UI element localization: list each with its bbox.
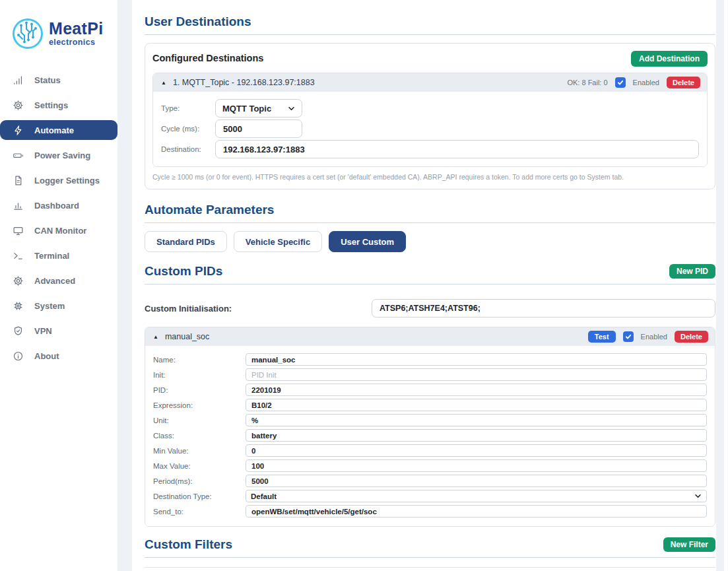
- add-destination-button[interactable]: Add Destination: [631, 51, 708, 67]
- type-select-value: MQTT Topic: [222, 104, 271, 114]
- custom-filters-title: Custom Filters: [145, 537, 232, 552]
- brand-subtitle: electronics: [49, 38, 103, 47]
- main-content: User Destinations Configured Destination…: [132, 0, 728, 571]
- pid-unit-input[interactable]: [246, 414, 707, 426]
- new-pid-button[interactable]: New PID: [669, 264, 715, 279]
- pid-enabled-label: Enabled: [641, 333, 667, 341]
- collapse-arrow-icon: ▲: [153, 334, 158, 340]
- check-icon: [625, 333, 632, 340]
- sidebar-item-settings[interactable]: Settings: [0, 95, 117, 115]
- enabled-checkbox[interactable]: [615, 77, 626, 88]
- sidebar-item-can-monitor[interactable]: CAN Monitor: [0, 220, 117, 240]
- test-pid-button[interactable]: Test: [588, 331, 616, 343]
- divider: [145, 222, 715, 223]
- destination-label: Destination:: [161, 145, 215, 153]
- pid-init-label: Init:: [153, 371, 246, 379]
- chevron-down-icon: [694, 492, 702, 500]
- sidebar-item-label: System: [34, 301, 65, 311]
- pid-unit-label: Unit:: [153, 417, 246, 424]
- pid-pid-input[interactable]: [246, 384, 707, 396]
- scroll-gutter[interactable]: [716, 0, 724, 571]
- sidebar-item-status[interactable]: Status: [0, 70, 117, 90]
- pid-expression-input[interactable]: [246, 399, 707, 411]
- chevron-down-icon: [288, 105, 295, 112]
- monitor-icon: [13, 225, 24, 236]
- user-destinations-title: User Destinations: [145, 15, 715, 29]
- destination-type-select[interactable]: Default: [246, 490, 707, 502]
- sidebar-item-dashboard[interactable]: Dashboard: [0, 195, 117, 215]
- brand-logo: MeatPi electronics: [0, 0, 117, 50]
- pid-send-to-label: Send_to:: [153, 508, 246, 516]
- tab-vehicle-specific[interactable]: Vehicle Specific: [234, 231, 322, 252]
- gear-icon: [13, 275, 24, 286]
- sidebar-item-label: Logger Settings: [34, 176, 100, 185]
- tab-standard-pids[interactable]: Standard PIDs: [145, 231, 227, 252]
- pid-name-label: Name:: [153, 356, 246, 364]
- sidebar-nav: Status Settings Automate Power Saving Lo…: [0, 70, 117, 366]
- pid-class-label: Class:: [153, 432, 246, 440]
- sidebar-item-power-saving[interactable]: Power Saving: [0, 145, 117, 165]
- check-icon: [617, 79, 624, 86]
- pid-form: Name: Init: PID: Expression: Unit:: [145, 346, 715, 526]
- cycle-input[interactable]: [215, 119, 302, 138]
- sidebar: MeatPi electronics Status Settings Autom…: [0, 0, 117, 571]
- destination-type-value: Default: [251, 492, 277, 500]
- pid-min-value-input[interactable]: [246, 444, 707, 457]
- sidebar-item-label: CAN Monitor: [34, 226, 86, 236]
- configured-destinations-card: Configured Destinations Add Destination …: [145, 43, 715, 189]
- pid-init-input[interactable]: [246, 368, 707, 381]
- brand-name: MeatPi: [49, 20, 103, 37]
- delete-destination-button[interactable]: Delete: [667, 77, 700, 88]
- chip-icon: [13, 300, 24, 312]
- sidebar-item-label: VPN: [34, 326, 52, 336]
- divider: [145, 284, 715, 285]
- collapse-arrow-icon: ▲: [161, 80, 166, 86]
- enabled-label: Enabled: [633, 79, 659, 86]
- sidebar-item-label: Power Saving: [34, 151, 90, 160]
- sidebar-item-label: Settings: [34, 100, 68, 110]
- shield-check-icon: [13, 325, 24, 337]
- file-icon: [13, 175, 24, 186]
- type-label: Type:: [161, 104, 215, 112]
- pid-class-input[interactable]: [246, 429, 707, 442]
- info-icon: [13, 351, 24, 362]
- delete-pid-button[interactable]: Delete: [675, 331, 708, 343]
- destination-accordion-header[interactable]: ▲ 1. MQTT_Topic - 192.168.123.97:1883 OK…: [153, 73, 707, 92]
- sidebar-item-advanced[interactable]: Advanced: [0, 271, 117, 290]
- custom-initialisation-input[interactable]: [372, 299, 715, 318]
- destination-form: Type: MQTT Topic Cycle (ms): Destination…: [153, 92, 707, 166]
- sidebar-item-label: Terminal: [34, 251, 69, 261]
- pid-period-input[interactable]: [246, 475, 707, 487]
- sidebar-item-label: About: [34, 351, 59, 361]
- tab-user-custom[interactable]: User Custom: [329, 231, 406, 252]
- automate-parameters-title: Automate Parameters: [145, 203, 715, 217]
- divider: [145, 34, 715, 35]
- ok-fail-status: OK: 8 Fail: 0: [567, 79, 607, 86]
- sidebar-item-vpn[interactable]: VPN: [0, 321, 117, 341]
- sidebar-item-terminal[interactable]: Terminal: [0, 246, 117, 265]
- new-filter-button[interactable]: New Filter: [663, 537, 715, 552]
- custom-pid-panel: ▲ manual_soc Test Enabled Delete Name:: [145, 327, 715, 527]
- pid-name-input[interactable]: [246, 353, 707, 366]
- terminal-icon: [13, 250, 24, 261]
- bolt-icon: [13, 125, 24, 136]
- sidebar-item-label: Dashboard: [34, 201, 79, 211]
- gear-icon: [13, 100, 24, 111]
- pid-send-to-input[interactable]: [246, 505, 707, 518]
- circuit-brain-icon: [11, 17, 44, 50]
- sidebar-item-about[interactable]: About: [0, 346, 117, 366]
- pid-max-value-input[interactable]: [246, 459, 707, 472]
- destination-input[interactable]: [215, 140, 699, 158]
- sidebar-item-automate[interactable]: Automate: [0, 120, 117, 140]
- sidebar-item-label: Advanced: [34, 276, 75, 286]
- sidebar-item-label: Status: [34, 75, 61, 85]
- sidebar-item-logger-settings[interactable]: Logger Settings: [0, 170, 117, 190]
- divider: [145, 557, 715, 558]
- pid-accordion-header[interactable]: ▲ manual_soc Test Enabled Delete: [145, 327, 715, 346]
- sidebar-item-system[interactable]: System: [0, 296, 117, 316]
- pid-expression-label: Expression:: [153, 401, 246, 409]
- pid-enabled-checkbox[interactable]: [623, 331, 634, 342]
- type-select[interactable]: MQTT Topic: [215, 99, 302, 118]
- card-title: Configured Destinations: [152, 51, 263, 63]
- pid-mode-tabs: Standard PIDs Vehicle Specific User Cust…: [145, 231, 715, 252]
